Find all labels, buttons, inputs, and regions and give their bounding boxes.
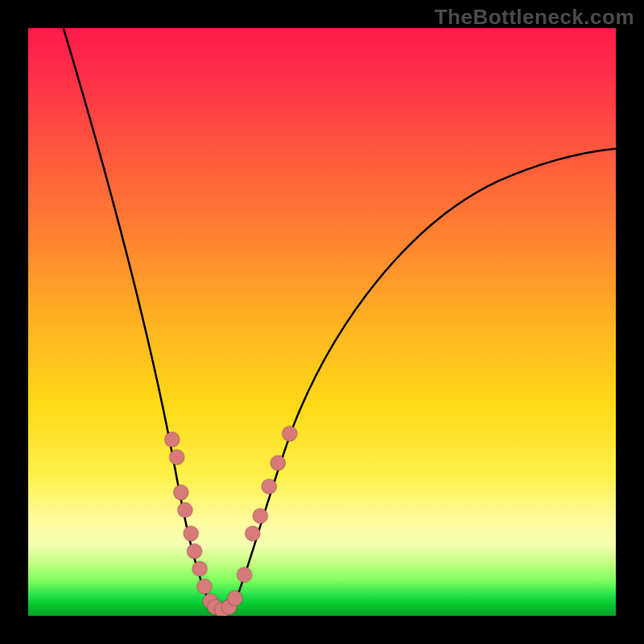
dot: [245, 526, 260, 541]
dot: [237, 567, 252, 582]
dot: [197, 579, 213, 594]
bottleneck-curve: [28, 28, 616, 616]
dot: [262, 479, 277, 494]
dot: [282, 426, 297, 441]
dot: [184, 526, 199, 541]
plot-area: [28, 28, 616, 616]
dot: [227, 591, 242, 606]
watermark-text: TheBottleneck.com: [435, 5, 634, 30]
dot: [177, 502, 192, 518]
dot: [169, 449, 184, 464]
dot: [187, 543, 202, 559]
dot: [192, 561, 208, 576]
dot: [253, 508, 268, 523]
dot: [164, 432, 180, 448]
dot: [270, 456, 286, 471]
chart-frame: TheBottleneck.com: [0, 0, 644, 644]
curve-path: [64, 28, 616, 610]
dot: [173, 485, 188, 500]
